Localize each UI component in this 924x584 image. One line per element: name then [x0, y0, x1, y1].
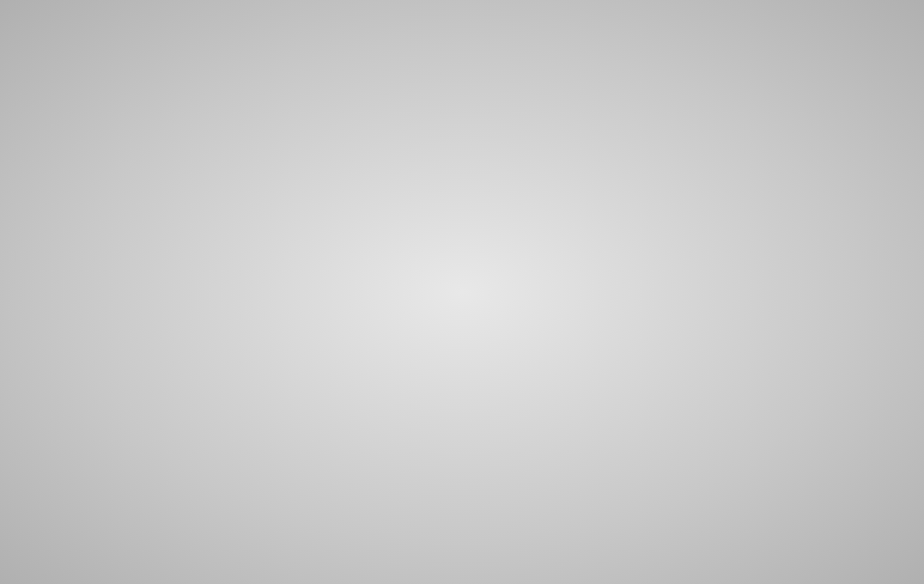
connector-lines	[0, 94, 924, 584]
page-title	[0, 0, 924, 19]
chart-area	[0, 94, 924, 584]
